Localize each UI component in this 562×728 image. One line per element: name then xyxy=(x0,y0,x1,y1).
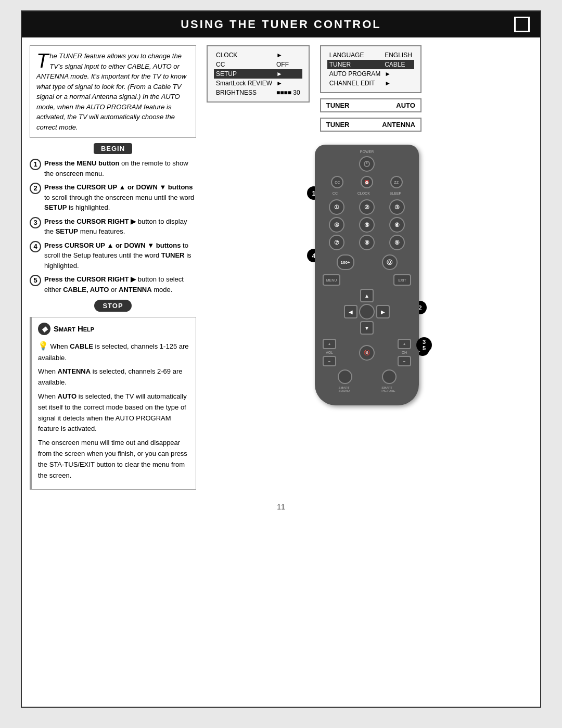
top-row-labels: CC CLOCK SLEEP xyxy=(323,191,411,195)
menu-chanedit-arrow: ► xyxy=(382,79,414,88)
btn-0[interactable]: ⓪ xyxy=(382,254,398,270)
step-3-text: Press the CURSOR RIGHT ▶ button to displ… xyxy=(44,216,196,237)
step-4-text: Press CURSOR UP ▲ or DOWN ▼ buttons to s… xyxy=(44,240,196,271)
exit-button[interactable]: EXIT xyxy=(393,274,411,286)
btn-2[interactable]: ② xyxy=(359,199,375,215)
menu-exit-row: MENU EXIT xyxy=(323,274,411,286)
remote-step-3-badge: 35 xyxy=(416,337,432,353)
step-1-text: Press the MENU button on the remote to s… xyxy=(44,158,196,178)
vol-ch-area: + VOL − 🔇 + CH − xyxy=(323,339,411,366)
mute-icon: 🔇 xyxy=(364,350,370,355)
menu-row-tuner: TUNER CABLE xyxy=(327,60,414,69)
menu-row-autoprog: AUTO PROGRAM ► xyxy=(327,69,414,79)
begin-badge-container: BEGIN xyxy=(30,143,196,154)
vol-up-button[interactable]: + xyxy=(323,339,336,349)
btn-7[interactable]: ⑦ xyxy=(329,235,344,250)
right-column: CLOCK ► CC OFF SETUP ► SmartLock REVIE xyxy=(201,45,532,490)
clock-button[interactable]: ⏰ xyxy=(361,176,373,188)
tuner-auto-label: TUNER xyxy=(326,101,350,109)
clock-btn-label: CLOCK xyxy=(357,191,370,195)
cursor-right-button[interactable]: ▶ xyxy=(376,305,390,318)
menu-smartlock-label: SmartLock REVIEW xyxy=(214,79,274,88)
menu-cc-label: CC xyxy=(214,60,274,69)
step-1: 1 Press the MENU button on the remote to… xyxy=(30,158,196,178)
btn-6[interactable]: ⑥ xyxy=(389,217,405,233)
main-content: T he TUNER feature allows you to change … xyxy=(22,37,540,497)
stop-badge-container: STOP xyxy=(30,300,196,312)
nav-center-button[interactable] xyxy=(359,304,375,320)
menu-setup-arrow: ► xyxy=(274,69,302,79)
page-header: USING THE TUNER CONTROL xyxy=(22,11,540,37)
intro-box: T he TUNER feature allows you to change … xyxy=(30,45,196,138)
menu-table-1: CLOCK ► CC OFF SETUP ► SmartLock REVIE xyxy=(214,50,302,97)
clock-icon: ⏰ xyxy=(364,180,369,185)
smart-help-item-3: When AUTO is selected, the TV will autom… xyxy=(38,391,189,435)
menu-button[interactable]: MENU xyxy=(323,274,340,286)
menu-row-cc: CC OFF xyxy=(214,60,302,69)
menu-row-setup: SETUP ► xyxy=(214,69,302,79)
sleep-button[interactable]: ZZ xyxy=(390,176,403,188)
menu-screen-2: LANGUAGE ENGLISH TUNER CABLE AUTO PROGRA… xyxy=(320,45,422,93)
intro-text: he TUNER feature allows you to change th… xyxy=(36,52,186,131)
menu-language-label: LANGUAGE xyxy=(327,50,382,60)
page-title: USING THE TUNER CONTROL xyxy=(48,18,514,31)
menu-tuner-label: TUNER xyxy=(327,60,382,69)
vol-down-button[interactable]: − xyxy=(323,356,336,366)
menu-row-chanedit: CHANNEL EDIT ► xyxy=(327,79,414,88)
btn-1[interactable]: ① xyxy=(329,199,344,215)
tuner-option-antenna: TUNER ANTENNA xyxy=(320,118,422,132)
menu-row-brightness: BRIGHTNESS ■■■■ 30 xyxy=(214,88,302,97)
btn-5[interactable]: ⑤ xyxy=(359,217,375,233)
btn-3[interactable]: ③ xyxy=(389,199,405,215)
step-2-text: Press the CURSOR UP ▲ or DOWN ▼ buttons … xyxy=(44,182,196,213)
step-5-num: 5 xyxy=(30,275,41,286)
picture-button[interactable] xyxy=(382,369,397,384)
tuner-antenna-label: TUNER xyxy=(326,121,350,129)
smart-help-title: ◆ Smart Help xyxy=(38,323,189,335)
step-4-num: 4 xyxy=(30,241,41,252)
drop-cap: T xyxy=(36,51,48,71)
tuner-auto-value: AUTO xyxy=(396,101,415,109)
numpad: ① ② ③ ④ ⑤ ⑥ ⑦ ⑧ ⑨ xyxy=(323,199,411,250)
cursor-down-button[interactable]: ▼ xyxy=(360,321,374,335)
smart-help-item-1: 💡 When CABLE is selected, channels 1-125… xyxy=(38,339,189,363)
cc-button[interactable]: CC xyxy=(331,176,343,188)
menu-clock-label: CLOCK xyxy=(214,50,274,60)
step-2-num: 2 xyxy=(30,183,41,194)
menu-clock-arrow: ► xyxy=(274,50,302,60)
sound-button[interactable] xyxy=(338,369,352,384)
ch-controls: + CH − xyxy=(398,339,411,366)
cc-btn-label: CC xyxy=(333,191,338,195)
menu-chanedit-label: CHANNEL EDIT xyxy=(327,79,382,88)
step-3-num: 3 xyxy=(30,217,41,228)
ch-up-button[interactable]: + xyxy=(398,339,411,349)
menu-row-clock: CLOCK ► xyxy=(214,50,302,60)
cursor-up-button[interactable]: ▲ xyxy=(360,289,374,302)
screens-area: CLOCK ► CC OFF SETUP ► SmartLock REVIE xyxy=(201,45,532,132)
ch-label: CH xyxy=(398,351,411,354)
tuner-antenna-value: ANTENNA xyxy=(382,121,415,129)
nav-middle-row: ◀ ▶ xyxy=(344,304,390,320)
power-button[interactable] xyxy=(359,156,375,172)
left-column: T he TUNER feature allows you to change … xyxy=(30,45,196,490)
btn-8[interactable]: ⑧ xyxy=(359,235,375,250)
sleep-label: ZZ xyxy=(394,181,399,184)
tuner-option-auto: TUNER AUTO xyxy=(320,98,422,112)
menu-setup-label: SETUP xyxy=(214,69,274,79)
step-1-num: 1 xyxy=(30,159,41,170)
ch-down-button[interactable]: − xyxy=(398,356,411,366)
remote-wrapper: 1 4 2 3 5 POWER C xyxy=(315,145,419,405)
btn-9[interactable]: ⑨ xyxy=(389,235,405,250)
power-label: POWER xyxy=(323,150,411,154)
menu-cc-value: OFF xyxy=(274,60,302,69)
cursor-left-button[interactable]: ◀ xyxy=(344,305,357,318)
smart-help-label: Smart Help xyxy=(54,323,94,335)
btn-4[interactable]: ④ xyxy=(329,217,344,233)
mute-button[interactable]: 🔇 xyxy=(359,345,375,361)
remote-control: POWER CC ⏰ xyxy=(315,145,419,405)
vol-controls: + VOL − xyxy=(323,339,336,366)
btn-100[interactable]: 100+ xyxy=(337,254,354,270)
menu-screen-1: CLOCK ► CC OFF SETUP ► SmartLock REVIE xyxy=(207,45,310,103)
menu-row-smartlock: SmartLock REVIEW ► xyxy=(214,79,302,88)
cc-label: CC xyxy=(335,181,340,184)
